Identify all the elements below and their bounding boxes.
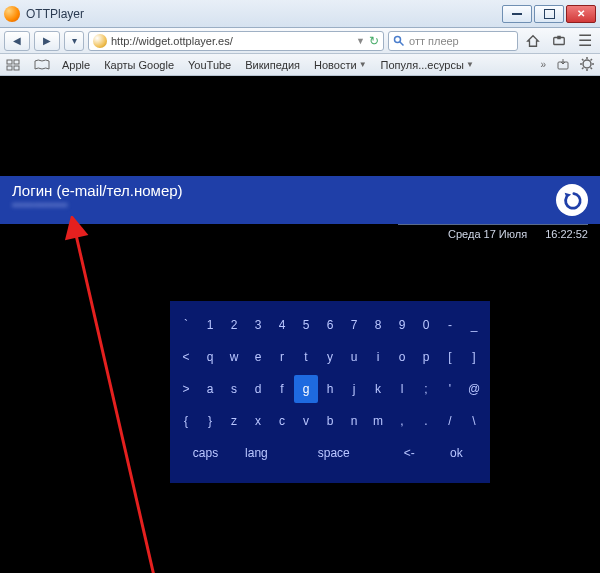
key-9[interactable]: 9: [390, 311, 414, 339]
key-r[interactable]: r: [270, 343, 294, 371]
maximize-button[interactable]: [534, 5, 564, 23]
key-6[interactable]: 6: [318, 311, 342, 339]
bookmarks-menu-icon[interactable]: [6, 59, 20, 71]
svg-point-0: [395, 36, 401, 42]
url-dropdown-icon[interactable]: ▼: [356, 36, 365, 46]
bookmark-wikipedia[interactable]: Википедия: [245, 59, 300, 71]
menu-button[interactable]: ☰: [574, 31, 596, 51]
osk-row-2: <qwertyuiop[]: [170, 343, 490, 371]
forward-button[interactable]: ▶: [34, 31, 60, 51]
key-`[interactable]: `: [174, 311, 198, 339]
back-button[interactable]: ◀: [4, 31, 30, 51]
osk-row-fn: caps lang space <- ok: [170, 439, 490, 467]
key-t[interactable]: t: [294, 343, 318, 371]
addons-button[interactable]: [548, 31, 570, 51]
bookmark-popular[interactable]: Популя...есурсы▼: [381, 59, 474, 71]
reload-icon[interactable]: ↻: [369, 34, 379, 48]
key-4[interactable]: 4: [270, 311, 294, 339]
key->[interactable]: >: [174, 375, 198, 403]
svg-line-14: [582, 59, 584, 61]
key-space[interactable]: space: [282, 439, 386, 467]
svg-line-16: [591, 59, 593, 61]
key-,[interactable]: ,: [390, 407, 414, 435]
key-v[interactable]: v: [294, 407, 318, 435]
key-;[interactable]: ;: [414, 375, 438, 403]
key-i[interactable]: i: [366, 343, 390, 371]
home-button[interactable]: [522, 31, 544, 51]
key-o[interactable]: o: [390, 343, 414, 371]
key-5[interactable]: 5: [294, 311, 318, 339]
minimize-button[interactable]: [502, 5, 532, 23]
key-c[interactable]: c: [270, 407, 294, 435]
key-k[interactable]: k: [366, 375, 390, 403]
navigation-toolbar: ◀ ▶ ▾ http://widget.ottplayer.es/ ▼ ↻ от…: [0, 28, 600, 54]
key-s[interactable]: s: [222, 375, 246, 403]
key-@[interactable]: @: [462, 375, 486, 403]
key--[interactable]: -: [438, 311, 462, 339]
recent-pages-button[interactable]: ▾: [64, 31, 84, 51]
key-backspace[interactable]: <-: [386, 439, 433, 467]
key-lang[interactable]: lang: [231, 439, 282, 467]
key-][interactable]: ]: [462, 343, 486, 371]
key-e[interactable]: e: [246, 343, 270, 371]
key-f[interactable]: f: [270, 375, 294, 403]
login-value[interactable]: *************: [12, 201, 556, 213]
key-\[interactable]: \: [462, 407, 486, 435]
key-0[interactable]: 0: [414, 311, 438, 339]
bookmark-apple[interactable]: Apple: [62, 59, 90, 71]
bookmark-bar: Apple Карты Google YouTube Википедия Нов…: [0, 54, 600, 76]
key-l[interactable]: l: [390, 375, 414, 403]
login-bar: Логин (e-mail/тел.номер) *************: [0, 176, 600, 224]
key-y[interactable]: y: [318, 343, 342, 371]
key-2[interactable]: 2: [222, 311, 246, 339]
url-bar[interactable]: http://widget.ottplayer.es/ ▼ ↻: [88, 31, 384, 51]
close-button[interactable]: [566, 5, 596, 23]
key-a[interactable]: a: [198, 375, 222, 403]
key-8[interactable]: 8: [366, 311, 390, 339]
key-}[interactable]: }: [198, 407, 222, 435]
downloads-icon[interactable]: [556, 58, 570, 72]
key-caps[interactable]: caps: [180, 439, 231, 467]
key-3[interactable]: 3: [246, 311, 270, 339]
search-bar[interactable]: отт плеер: [388, 31, 518, 51]
key-n[interactable]: n: [342, 407, 366, 435]
key-{[interactable]: {: [174, 407, 198, 435]
login-label: Логин (e-mail/тел.номер): [12, 182, 556, 199]
svg-line-1: [400, 41, 404, 45]
key-b[interactable]: b: [318, 407, 342, 435]
bookmark-google-maps[interactable]: Карты Google: [104, 59, 174, 71]
key-m[interactable]: m: [366, 407, 390, 435]
key-p[interactable]: p: [414, 343, 438, 371]
key-z[interactable]: z: [222, 407, 246, 435]
key-.[interactable]: .: [414, 407, 438, 435]
key-'[interactable]: ': [438, 375, 462, 403]
status-line: Среда 17 Июля 16:22:52: [398, 224, 588, 240]
key-q[interactable]: q: [198, 343, 222, 371]
key-h[interactable]: h: [318, 375, 342, 403]
browser-icon: [4, 6, 20, 22]
key-7[interactable]: 7: [342, 311, 366, 339]
key-w[interactable]: w: [222, 343, 246, 371]
key-1[interactable]: 1: [198, 311, 222, 339]
url-text: http://widget.ottplayer.es/: [111, 35, 352, 47]
reading-list-icon[interactable]: [34, 59, 48, 71]
status-time: 16:22:52: [545, 228, 588, 240]
bookmark-overflow-icon[interactable]: »: [540, 59, 546, 70]
bookmark-news[interactable]: Новости▼: [314, 59, 367, 71]
key-/[interactable]: /: [438, 407, 462, 435]
key-ok[interactable]: ok: [433, 439, 480, 467]
key-x[interactable]: x: [246, 407, 270, 435]
bookmark-youtube[interactable]: YouTube: [188, 59, 231, 71]
osk-row-3: >asdfghjkl;'@: [170, 375, 490, 403]
window-title: OTTPlayer: [26, 7, 502, 21]
key-[[interactable]: [: [438, 343, 462, 371]
key-<[interactable]: <: [174, 343, 198, 371]
settings-gear-icon[interactable]: [580, 57, 594, 73]
key-d[interactable]: d: [246, 375, 270, 403]
back-nav-button[interactable]: [556, 184, 588, 216]
key-g[interactable]: g: [294, 375, 318, 403]
key-j[interactable]: j: [342, 375, 366, 403]
key-_[interactable]: _: [462, 311, 486, 339]
svg-rect-6: [7, 66, 12, 70]
key-u[interactable]: u: [342, 343, 366, 371]
